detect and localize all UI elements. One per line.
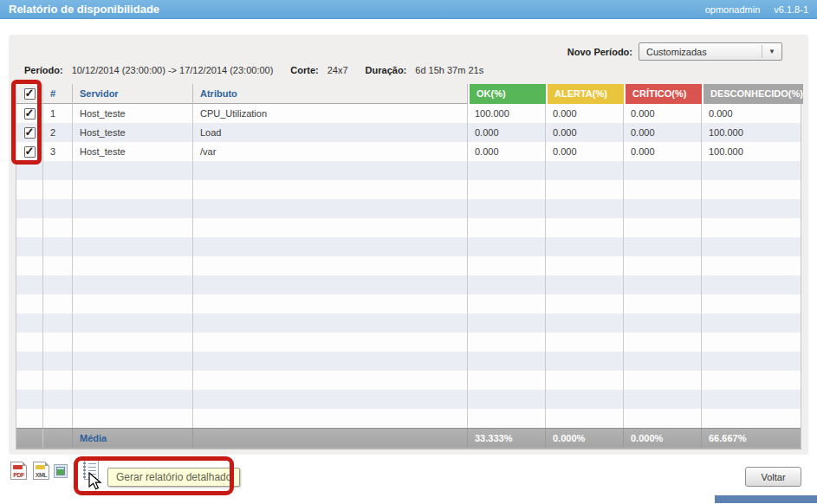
column-header-server: Servidor <box>73 84 193 104</box>
row-server: Host_teste <box>73 104 193 123</box>
table-row-empty <box>16 294 801 313</box>
cut-label: Corte: <box>290 65 318 75</box>
row-critical-value: 0.000 <box>624 104 702 123</box>
page-fold <box>23 462 27 466</box>
title-bar: Relatório de disponibilidade opmonadmin … <box>0 0 817 19</box>
select-all-cell <box>16 84 43 104</box>
table-summary-row: Média 33.333% 0.000% 0.000% 66.667% <box>16 428 801 448</box>
back-button[interactable]: Voltar <box>745 467 801 487</box>
table-row-empty <box>16 161 801 180</box>
row-num: 2 <box>43 123 73 142</box>
table-row-empty <box>16 313 801 333</box>
duration-label: Duração: <box>366 65 407 75</box>
table-body: 1 Host_teste CPU_Utilization 100.000 0.0… <box>16 104 801 428</box>
table-header-row: # Servidor Atributo OK(%) ALERTA(%) CRÍT… <box>16 84 801 104</box>
row-checkbox-cell <box>16 142 43 161</box>
row-num: 1 <box>43 104 73 123</box>
app-version: v6.1.8-1 <box>774 4 808 15</box>
detailed-report-button[interactable] <box>84 460 99 480</box>
row-checkbox[interactable] <box>24 108 36 120</box>
row-critical-value: 0.000 <box>624 142 702 161</box>
table-row-empty <box>16 218 801 237</box>
row-server: Host_teste <box>73 123 193 142</box>
summary-label: Média <box>73 429 193 448</box>
table-row-empty <box>16 371 801 390</box>
row-attribute: CPU_Utilization <box>193 104 468 123</box>
row-alert-value: 0.000 <box>546 104 624 123</box>
new-period-dropdown[interactable]: Customizadas ▼ <box>639 42 782 61</box>
row-unknown-value: 100.000 <box>702 123 801 142</box>
page-title: Relatório de disponibilidade <box>9 3 159 16</box>
chevron-down-icon[interactable]: ▼ <box>762 48 781 55</box>
row-checkbox-cell <box>16 123 43 142</box>
new-period-selected-value: Customizadas <box>639 47 762 57</box>
select-all-checkbox[interactable] <box>24 88 36 100</box>
availability-table: # Servidor Atributo OK(%) ALERTA(%) CRÍT… <box>16 84 801 449</box>
table-row: 2 Host_teste Load 0.000 0.000 0.000 100.… <box>16 123 801 142</box>
table-row-empty <box>16 275 801 294</box>
row-ok-value: 100.000 <box>468 104 546 123</box>
row-server: Host_teste <box>73 142 193 161</box>
pdf-export-icon[interactable]: PDF <box>10 462 27 480</box>
summary-unknown-value: 66.667% <box>702 429 801 448</box>
table-row-empty <box>16 199 801 218</box>
period-label: Período: <box>24 65 63 75</box>
pdf-export-label: PDF <box>11 472 26 478</box>
column-header-alert: ALERTA(%) <box>546 84 624 104</box>
new-period-label: Novo Período: <box>520 47 632 57</box>
xml-export-label: XML <box>34 472 49 478</box>
availability-report-page: Relatório de disponibilidade opmonadmin … <box>0 0 817 504</box>
row-alert-value: 0.000 <box>546 123 624 142</box>
table-row-empty <box>16 333 801 352</box>
summary-critical-value: 0.000% <box>624 429 702 448</box>
row-attribute: /var <box>193 142 468 161</box>
row-unknown-value: 0.000 <box>702 104 801 123</box>
row-checkbox[interactable] <box>24 127 36 139</box>
column-header-critical: CRÍTICO(%) <box>624 84 702 104</box>
page-fold <box>45 462 49 466</box>
column-header-ok: OK(%) <box>468 84 546 104</box>
period-value: 10/12/2014 (23:00:00) -> 17/12/2014 (23:… <box>72 65 274 75</box>
summary-alert-value: 0.000% <box>546 429 624 448</box>
column-header-num: # <box>43 84 73 104</box>
logged-user: opmonadmin <box>705 4 761 15</box>
table-row-empty <box>16 237 801 256</box>
column-header-unknown: DESCONHECIDO(%) <box>702 84 803 104</box>
table-row: 3 Host_teste /var 0.000 0.000 0.000 100.… <box>16 142 801 161</box>
image-export-icon[interactable] <box>54 464 68 478</box>
bottom-right-blue-bar <box>715 495 817 503</box>
period-info-row: Período: 10/12/2014 (23:00:00) -> 17/12/… <box>24 64 483 76</box>
table-row-empty <box>16 256 801 275</box>
detailed-report-tooltip: Gerar relatório detalhado <box>107 468 240 487</box>
table-row-empty <box>16 352 801 371</box>
xml-export-icon[interactable]: XML <box>33 462 49 480</box>
row-ok-value: 0.000 <box>468 142 546 161</box>
table-row-empty <box>16 180 801 199</box>
table-row-empty <box>16 390 801 409</box>
table-row-empty <box>16 409 801 428</box>
duration-value: 6d 15h 37m 21s <box>415 65 483 75</box>
column-header-attribute: Atributo <box>193 84 468 104</box>
row-unknown-value: 100.000 <box>702 142 801 161</box>
row-checkbox[interactable] <box>24 146 36 158</box>
table-row: 1 Host_teste CPU_Utilization 100.000 0.0… <box>16 104 801 123</box>
cut-value: 24x7 <box>327 65 348 75</box>
row-checkbox-cell <box>16 104 43 123</box>
row-num: 3 <box>43 142 73 161</box>
row-ok-value: 0.000 <box>468 123 546 142</box>
summary-ok-value: 33.333% <box>468 429 546 448</box>
row-critical-value: 0.000 <box>624 123 702 142</box>
row-attribute: Load <box>193 123 468 142</box>
row-alert-value: 0.000 <box>546 142 624 161</box>
